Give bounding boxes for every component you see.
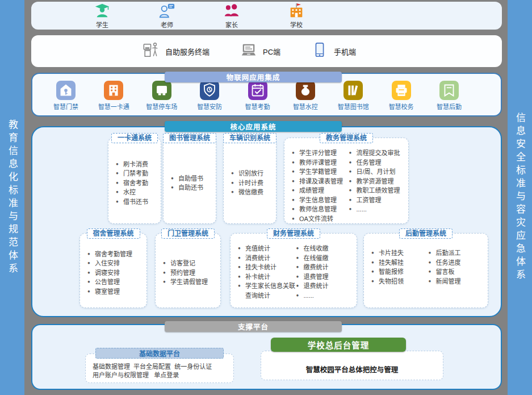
system-box-3: 教务管理系统学生评分管理教师评课管理学生学籍管理排课及课表管理成绩管理学生信息管… — [284, 138, 409, 224]
list-item: 学生请假管理 — [163, 277, 218, 287]
list-item: 退费管理 — [296, 272, 355, 282]
list-item: 调寝安排 — [87, 268, 144, 278]
system-box-title: 宿舍管理系统 — [86, 228, 140, 239]
list-item: 挂失卡统计 — [238, 263, 296, 272]
device-label: PC端 — [263, 46, 280, 57]
system-box-6: 财务管理系统充值统计消费统计挂失卡统计补卡统计学生家长信息关联查询统计在线收缴在… — [230, 233, 357, 308]
item-list: 流程提交及审批任务管理日/周、月计划教学资源管理教职工绩效管理工资管理.....… — [349, 148, 407, 219]
list-item: 学生家长信息关联查询统计 — [238, 281, 296, 300]
list-item: 自助借书 — [171, 174, 213, 184]
left-standard-bar: 教育信息化标准与规范体系 — [0, 0, 24, 395]
iot-app-3: 智慧安防 — [190, 81, 229, 111]
list-item: 借书还书 — [116, 197, 158, 207]
core-panel-banner: 核心应用系统 — [165, 121, 342, 132]
box-columns: 宿舍考勤管理入住安排调寝安排公告管理寝室管理 — [80, 234, 146, 307]
school-affairs-icon — [392, 81, 411, 100]
item-list: 宿舍考勤管理入住安排调寝安排公告管理寝室管理 — [87, 250, 144, 297]
security-icon — [200, 81, 219, 100]
list-item: 智能报修 — [371, 267, 429, 277]
iot-applications-panel: 物联网应用集成 智慧门禁智慧一卡通智慧停车场智慧安防智慧考勤智慧水控智慧图书馆智… — [31, 73, 502, 117]
iot-app-label: 智慧水控 — [293, 102, 318, 111]
list-item: 刷卡消费 — [116, 160, 158, 169]
logistics-icon — [439, 81, 459, 100]
user-group-1: 老师 — [150, 2, 183, 29]
list-item: 教学资源管理 — [349, 177, 407, 186]
list-item: 自助还书 — [171, 183, 213, 193]
left-standard-bar-text: 教育信息化标准与规范体系 — [5, 119, 19, 276]
list-item: 学生评分管理 — [292, 148, 349, 158]
core-applications-panel: 核心应用系统 一卡通系统刷卡消费门禁考勤宿舍考勤水控借书还书图书管理系统自助借书… — [31, 126, 502, 317]
right-standard-bar-text: 信息安全标准与容灾应急体系 — [513, 113, 527, 282]
user-group-0: 学生 — [86, 2, 119, 29]
box-columns: 学生评分管理教师评课管理学生学籍管理排课及课表管理成绩管理学生信息管理教师信息管… — [284, 138, 408, 223]
device-group-0: 自助服务终端 — [143, 41, 210, 61]
item-list: 自助借书自助还书 — [171, 174, 213, 193]
list-item: 失物招领 — [371, 277, 429, 286]
list-item: OA文件流转 — [292, 214, 349, 224]
iot-app-label: 智慧安防 — [197, 102, 222, 111]
iot-app-label: 智慧图书馆 — [338, 102, 369, 111]
user-label: 学生 — [96, 20, 108, 29]
item-list: 访客登记预约管理学生请假管理 — [163, 259, 218, 287]
box-columns: 自助借书自助还书 — [164, 138, 216, 223]
list-item: 公告管理 — [87, 277, 144, 287]
list-item: 任务管理 — [349, 158, 407, 168]
system-box-2: 车辆识别系统识别放行计时计费微信缴费 — [223, 138, 277, 224]
base-data-platform-title: 基础数据平台 — [95, 348, 224, 359]
list-item: 新闻管理 — [429, 277, 486, 286]
door-access-icon — [56, 81, 76, 100]
list-item: 微信缴费 — [231, 188, 274, 197]
list-item: 日/周、月计划 — [349, 167, 407, 177]
system-box-4: 宿舍管理系统宿舍考勤管理入住安排调寝安排公告管理寝室管理 — [79, 233, 147, 308]
access-devices-panel: 自助服务终端PC端手机端 — [31, 35, 502, 67]
iot-app-7: 智慧校务 — [382, 81, 421, 111]
list-item: 教师评课管理 — [292, 158, 349, 168]
list-item: 补卡统计 — [238, 272, 296, 282]
list-item: 教职工绩效管理 — [349, 186, 407, 196]
system-box-title: 车辆识别系统 — [223, 133, 277, 143]
iot-app-label: 智慧后勤 — [437, 102, 462, 111]
list-item: 后勤派工 — [429, 248, 486, 258]
list-item: 消费统计 — [238, 253, 296, 263]
attendance-icon — [248, 81, 267, 100]
list-item: 缴费统计 — [296, 263, 355, 272]
item-list: 刷卡消费门禁考勤宿舍考勤水控借书还书 — [116, 160, 158, 207]
iot-app-label: 智慧门禁 — [53, 102, 78, 111]
iot-panel-banner: 物联网应用集成 — [165, 72, 342, 82]
list-item: 计时计费 — [231, 178, 274, 188]
device-label: 自助服务终端 — [165, 46, 210, 57]
list-item: 访客登记 — [163, 259, 218, 268]
parents-icon — [223, 2, 240, 19]
system-box-1: 图书管理系统自助借书自助还书 — [163, 138, 216, 224]
school-admin-banner: 学校总后台管理 — [271, 338, 406, 352]
list-item: 挂失解挂 — [371, 258, 429, 268]
iot-app-1: 智慧一卡通 — [94, 81, 133, 111]
list-item: 宿舍考勤 — [116, 178, 158, 188]
list-item: 充值统计 — [238, 244, 296, 253]
user-group-2: 家长 — [215, 2, 248, 29]
list-item: 工资管理 — [349, 196, 407, 205]
item-list: 充值统计消费统计挂失卡统计补卡统计学生家长信息关联查询统计 — [238, 244, 296, 303]
device-group-2: 手机端 — [311, 41, 356, 61]
item-list: 卡片挂失挂失解挂智能报修失物招领 — [371, 248, 429, 303]
system-box-5: 门卫管理系统访客登记预约管理学生请假管理 — [155, 233, 221, 308]
box-columns: 卡片挂失挂失解挂智能报修失物招领后勤派工任务进度留言板新闻管理 — [364, 234, 488, 307]
list-item: 识别放行 — [231, 169, 274, 178]
user-label: 家长 — [225, 20, 238, 29]
list-item: 学生信息管理 — [292, 196, 349, 205]
list-item: ...... — [349, 205, 407, 214]
support-panel-banner: 支撑平台 — [165, 321, 342, 332]
phone-icon — [311, 41, 328, 61]
list-item: 预约管理 — [163, 268, 218, 278]
system-box-7: 后勤管理系统卡片挂失挂失解挂智能报修失物招领后勤派工任务进度留言板新闻管理 — [363, 233, 488, 308]
iot-app-label: 智慧停车场 — [146, 102, 177, 111]
list-item: 教师信息管理 — [292, 205, 349, 214]
list-item: 在线催缴 — [296, 253, 355, 263]
iot-app-8: 智慧后勤 — [429, 81, 469, 111]
kiosk-icon — [143, 41, 160, 61]
list-item: 任务进度 — [429, 258, 486, 268]
item-list: 识别放行计时计费微信缴费 — [231, 169, 274, 197]
list-item: 门禁考勤 — [116, 169, 158, 178]
list-item: 排课及课表管理 — [292, 177, 349, 186]
support-platform-panel: 支撑平台 基础数据平台 基础数据管理 平台全局配置 统一身份认证 用户账户与权限… — [31, 324, 502, 390]
